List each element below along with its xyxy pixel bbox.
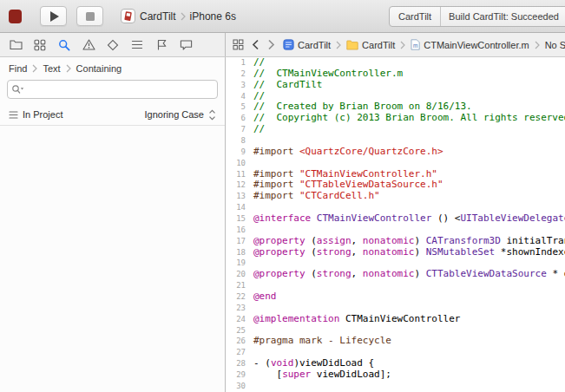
code-text: @property (strong, nonatomic) CTTableVie… [248,269,565,280]
window-close-button[interactable] [9,10,22,23]
xcode-window: { "colors":{ "accent_blue":"#2878f4", "i… [0,0,565,392]
issue-navigator-tab[interactable] [82,38,95,52]
search-row [0,79,225,104]
code-line: 21 [226,280,565,291]
code-text [248,381,253,392]
code-line: 30 [226,381,565,392]
breadcrumb-label: CTMainViewController.m [424,40,529,50]
search-icon [58,39,70,51]
chevron-right-icon [535,41,540,49]
code-line: 29 [super viewDidLoad]; [226,369,565,381]
code-text: @implementation CTMainViewController [248,314,460,325]
chevron-right-icon [32,64,37,73]
code-text: @property (strong, nonatomic) NSMutableS… [248,247,565,258]
related-items-button[interactable] [233,39,244,50]
find-scope-button[interactable]: In Project [9,109,62,120]
report-navigator-tab[interactable] [179,38,193,52]
line-number: 15 [226,213,248,225]
line-number: 16 [226,225,248,236]
line-number: 20 [226,269,248,280]
navigator-tab-bar [0,33,226,56]
breadcrumb: CardTiltCardTiltmCTMainViewController.mN… [283,39,565,50]
test-navigator-tab[interactable] [106,38,120,52]
find-navigator-panel: FindTextContaining In Project Ignoring C… [0,57,226,392]
app-icon [121,9,135,23]
scheme-selector[interactable]: CardTilt iPhone 6s [121,9,236,23]
activity-status-label: Build CardTilt: Succeeded [441,11,565,22]
find-scope-text-menu[interactable]: Text [43,63,60,74]
folder-icon [10,39,23,50]
code-line: 22@end [226,291,565,303]
line-number: 24 [226,314,248,325]
project-file-icon [283,39,294,50]
code-editor[interactable]: 1//2// CTMainViewController.m3// CardTil… [226,57,565,392]
code-line: 3// CardTilt [226,80,565,91]
stop-button[interactable] [76,6,103,26]
code-line: 26#pragma mark - Lifecycle [226,336,565,347]
symbol-navigator-tab[interactable] [33,38,47,52]
line-number: 26 [226,336,248,347]
main-content: FindTextContaining In Project Ignoring C… [0,57,565,392]
project-navigator-tab[interactable] [9,38,23,52]
code-text: @end [248,291,277,303]
search-dropdown-icon[interactable] [11,84,24,95]
code-area: 1//2// CTMainViewController.m3// CardTil… [226,57,565,392]
line-number: 23 [226,303,248,314]
line-number: 4 [226,91,248,102]
breadcrumb-item[interactable]: No Selection [545,40,565,50]
back-button[interactable] [252,39,260,50]
breadcrumb-item[interactable]: CardTilt [283,39,331,50]
search-field[interactable] [7,80,218,99]
line-number: 25 [226,325,248,336]
group-folder-icon [346,40,358,50]
diamond-icon [107,39,119,51]
jump-bar: CardTiltCardTiltmCTMainViewController.mN… [226,33,565,56]
line-number: 5 [226,101,248,113]
breakpoint-navigator-tab[interactable] [154,38,168,52]
code-text: #pragma mark - Lifecycle [248,336,391,347]
code-line: 13#import "CTCardCell.h" [226,191,565,202]
code-text: @interface CTMainViewController () <UITa… [248,213,565,225]
find-scope-bar: FindTextContaining [0,57,225,79]
code-text: [super viewDidLoad]; [248,369,391,381]
line-number: 30 [226,381,248,392]
match-case-button[interactable]: Ignoring Case [145,109,217,121]
breadcrumb-item[interactable]: mCTMainViewController.m [411,39,529,50]
find-input[interactable] [26,84,214,95]
line-number: 12 [226,180,248,191]
breadcrumb-label: No Selection [545,40,565,50]
line-number: 6 [226,113,248,124]
squares-icon [34,39,46,51]
breadcrumb-item[interactable]: CardTilt [346,40,395,50]
activity-project-label: CardTilt [390,11,440,22]
code-text: #import "CTCardCell.h" [248,191,380,202]
warning-triangle-icon [82,39,95,50]
forward-button[interactable] [267,39,275,50]
play-icon [50,11,59,22]
gauge-lines-icon [131,39,143,50]
code-line: 15@interface CTMainViewController () <UI… [226,213,565,225]
scheme-destination-label: iPhone 6s [190,10,236,23]
find-scope-containing-menu[interactable]: Containing [76,63,122,74]
find-navigator-tab[interactable] [57,38,71,52]
code-line: 20@property (strong, nonatomic) CTTableV… [226,269,565,280]
line-number: 11 [226,169,248,180]
scheme-project-label: CardTilt [140,10,176,23]
line-number: 7 [226,124,248,135]
run-button[interactable] [40,6,67,26]
line-number: 10 [226,158,248,169]
code-line: 9#import <QuartzCore/QuartzCore.h> [226,147,565,158]
find-scope-find-menu[interactable]: Find [9,63,27,74]
code-text: // [248,124,265,135]
updown-chevron-icon [208,109,216,121]
chevron-right-icon [400,41,405,49]
activity-viewer: CardTilt Build CardTilt: Succeeded [389,6,565,27]
breadcrumb-label: CardTilt [362,40,395,50]
debug-navigator-tab[interactable] [130,38,144,52]
code-line: 24@implementation CTMainViewController [226,314,565,325]
scheme-chevron-icon [181,12,186,21]
line-number: 9 [226,147,248,158]
code-line: 6// Copyright (c) 2013 Brian Broom. All … [226,113,565,124]
code-line: 7// [226,124,565,135]
code-text: // Copyright (c) 2013 Brian Broom. All r… [248,113,565,124]
